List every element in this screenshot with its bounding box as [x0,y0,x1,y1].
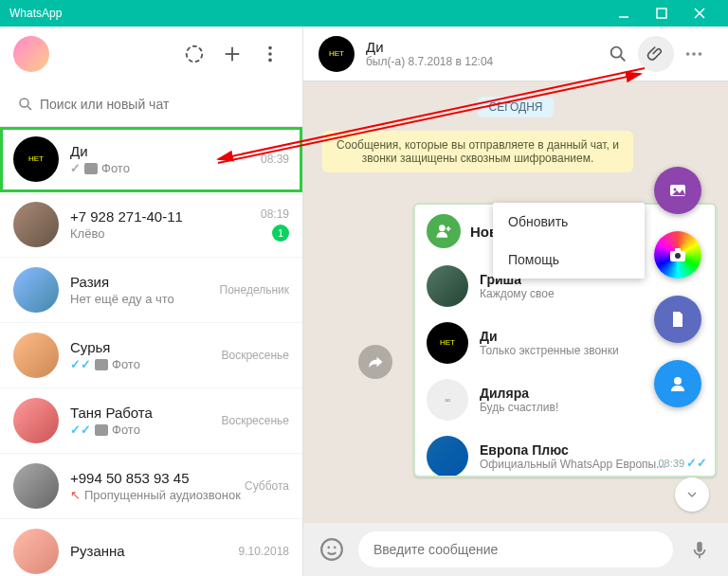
chat-avatar [13,529,59,574]
header-search-button[interactable] [599,35,637,73]
new-chat-button[interactable] [213,35,251,73]
chat-name: Ди [70,143,261,159]
chat-time: 08:19 [261,207,289,221]
chat-preview: Пропущенный аудиозвонок [84,488,241,502]
chat-name: +994 50 853 93 45 [70,470,245,486]
chat-preview: Фото [101,161,130,175]
svg-point-25 [674,377,682,385]
chat-item[interactable]: Таня Работа ✓✓Фото Воскресенье [0,388,302,454]
ticks-icon: ✓ [70,161,81,175]
window-minimize-button[interactable] [605,0,643,27]
chat-list: НЕТ Ди ✓Фото 08:39 +7 928 271-40-11 Клёв… [0,127,302,576]
chat-avatar [13,267,59,313]
conversation-body: СЕГОДНЯ Сообщения, которые вы отправляет… [303,81,728,523]
svg-point-28 [334,547,337,549]
chat-item[interactable]: +7 928 271-40-11 Клёво 08:19 1 [0,192,302,258]
date-chip: СЕГОДНЯ [477,97,554,117]
menu-item-refresh[interactable]: Обновить [493,203,645,241]
chat-avatar [13,333,59,378]
photo-icon [84,163,98,174]
svg-rect-29 [697,542,702,552]
chat-item[interactable]: НЕТ Ди ✓Фото 08:39 [0,127,302,192]
sidebar-menu-button[interactable] [251,35,289,73]
emoji-button[interactable] [315,532,349,567]
chat-preview: Фото [112,423,140,437]
chat-avatar [13,398,59,443]
self-avatar[interactable] [13,36,49,72]
conversation-title: Ди [366,39,599,55]
ticks-icon: ✓✓ [70,357,91,371]
chat-item[interactable]: Рузанна 9.10.2018 [0,519,302,576]
svg-point-21 [674,189,677,191]
window-titlebar: WhatsApp [0,0,728,27]
attach-menu [654,167,701,407]
chat-time: Понедельник [220,283,289,297]
chat-preview: Клёво [70,226,104,241]
camera-icon [666,243,689,266]
chat-time: 08:39 [261,153,289,166]
contact-avatar: НЕТ [427,322,468,364]
conversation-pane: НЕТ Ди был(-а) 8.7.2018 в 12:04 СЕГОДНЯ … [303,27,728,576]
chat-time: Воскресенье [221,414,289,427]
svg-point-27 [327,547,330,549]
ticks-icon: ✓✓ [70,423,91,437]
status-button[interactable] [175,35,213,73]
chat-time: 9.10.2018 [239,545,289,558]
paperclip-icon [638,36,674,72]
contact-icon [666,372,689,395]
svg-point-26 [321,539,342,560]
header-menu-button[interactable] [675,35,713,73]
menu-item-help[interactable]: Помощь [493,241,645,279]
chat-preview: Фото [112,357,140,371]
attach-camera-button[interactable] [654,231,701,279]
chat-avatar: НЕТ [13,136,59,182]
svg-rect-1 [657,9,666,18]
missed-call-icon: ↖ [70,488,81,502]
encryption-notice: Сообщения, которые вы отправляете в данн… [322,131,633,172]
svg-point-7 [268,46,272,50]
svg-rect-23 [675,248,681,252]
document-icon [666,308,689,331]
chat-name: +7 928 271-40-11 [70,208,261,225]
unread-badge: 1 [272,225,289,242]
attach-button[interactable] [637,35,675,73]
contact-card-time: 08:39 ✓✓ [658,456,707,470]
svg-point-14 [686,52,690,56]
conversation-header: НЕТ Ди был(-а) 8.7.2018 в 12:04 [303,27,728,81]
photo-icon [95,359,108,370]
window-close-button[interactable] [681,0,719,27]
attach-document-button[interactable] [654,296,701,343]
scroll-to-bottom-button[interactable] [675,477,709,512]
contact-avatar [427,265,468,307]
chat-item[interactable]: Сурья ✓✓Фото Воскресенье [0,323,302,388]
conversation-avatar[interactable]: НЕТ [318,36,355,72]
chat-time: Суббота [245,479,289,493]
window-maximize-button[interactable] [643,0,681,27]
sidebar-header [0,27,302,81]
photo-icon [95,424,108,436]
chat-avatar [13,463,59,509]
message-input[interactable] [358,531,673,567]
attach-gallery-button[interactable] [654,167,701,214]
contact-row[interactable]: Европа Плюс Официальный WhatsApp Европы.… [415,428,715,477]
composer [303,523,728,576]
chat-avatar [13,202,59,247]
search-bar [0,81,302,127]
svg-point-4 [187,46,203,63]
contact-avatar: ∞ [427,379,468,421]
search-input[interactable] [40,97,291,112]
chat-name: Таня Работа [70,405,221,421]
chat-item[interactable]: +994 50 853 93 45 ↖Пропущенный аудиозвон… [0,454,302,519]
svg-point-12 [611,46,622,57]
forward-button[interactable] [358,345,392,379]
svg-point-15 [692,52,696,56]
svg-point-16 [699,52,702,56]
svg-point-8 [268,52,272,56]
mic-button[interactable] [682,532,717,567]
chat-item[interactable]: Разия Нет ещё еду а что Понедельник [0,258,302,323]
chat-time: Воскресенье [221,349,289,362]
chat-name: Сурья [70,339,221,355]
chat-name: Разия [70,274,220,290]
svg-line-13 [621,56,626,61]
attach-contact-button[interactable] [654,360,701,407]
